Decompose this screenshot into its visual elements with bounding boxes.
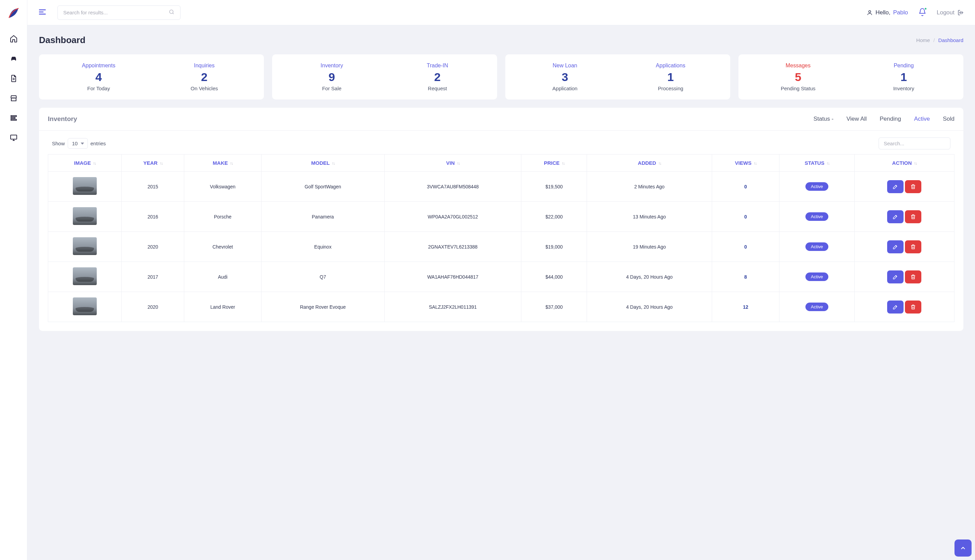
nav-display[interactable] [7, 131, 20, 145]
logo[interactable] [7, 6, 20, 21]
cell-views[interactable]: 8 [712, 262, 780, 292]
vehicle-thumbnail[interactable] [73, 267, 97, 285]
delete-button[interactable] [905, 240, 921, 253]
cell-model: Equinox [261, 232, 384, 262]
cell-added: 4 Days, 20 Hours Ago [587, 292, 712, 322]
logout-label: Logout [937, 9, 955, 16]
column-image[interactable]: IMAGE↑↓ [48, 155, 122, 172]
cell-views[interactable]: 0 [712, 232, 780, 262]
stat-block[interactable]: Inventory9For Sale [279, 63, 385, 91]
tab-sold[interactable]: Sold [943, 115, 955, 122]
stat-sub: For Today [46, 85, 152, 91]
column-price[interactable]: PRICE↑↓ [521, 155, 587, 172]
column-label: PRICE [544, 160, 560, 166]
table-row: 2020Land RoverRange Rover EvoqueSALZJ2FX… [48, 292, 955, 322]
column-action[interactable]: ACTION↑↓ [854, 155, 954, 172]
status-badge: Active [805, 272, 828, 281]
nav-home[interactable] [7, 32, 20, 45]
cell-views[interactable]: 12 [712, 292, 780, 322]
cell-action [854, 232, 954, 262]
cell-status: Active [780, 262, 854, 292]
delete-button[interactable] [905, 270, 921, 283]
cell-image [48, 232, 122, 262]
column-label: MODEL [311, 160, 330, 166]
breadcrumb-separator: / [933, 37, 935, 43]
stat-value: 5 [745, 71, 851, 83]
stat-block[interactable]: Trade-IN2Request [385, 63, 490, 91]
table-row: 2017AudiQ7WA1AHAF76HD044817$44,0004 Days… [48, 262, 955, 292]
logout-link[interactable]: Logout [937, 9, 964, 16]
search-box[interactable] [57, 5, 180, 20]
stat-block[interactable]: Inquiries2On Vehicles [152, 63, 257, 91]
cell-make: Land Rover [184, 292, 261, 322]
stat-block[interactable]: Messages5Pending Status [745, 63, 851, 91]
sort-icon: ↑↓ [457, 161, 460, 166]
edit-button[interactable] [887, 210, 903, 223]
stat-card: Inventory9For SaleTrade-IN2Request [272, 54, 497, 100]
delete-button[interactable] [905, 300, 921, 313]
delete-button[interactable] [905, 180, 921, 193]
cell-vin: 2GNAXTEV7L6213388 [384, 232, 521, 262]
stat-block[interactable]: Appointments4For Today [46, 63, 152, 91]
column-label: ADDED [638, 160, 656, 166]
cell-views[interactable]: 0 [712, 202, 780, 232]
stat-sub: Application [512, 85, 618, 91]
page-size-select[interactable]: 10 [68, 138, 88, 149]
user-greeting[interactable]: Hello, Pablo [867, 9, 908, 16]
vehicle-thumbnail[interactable] [73, 207, 97, 225]
stat-block[interactable]: Applications1Processing [618, 63, 723, 91]
edit-button[interactable] [887, 240, 903, 253]
stat-block[interactable]: New Loan3Application [512, 63, 618, 91]
cell-views[interactable]: 0 [712, 172, 780, 202]
edit-button[interactable] [887, 300, 903, 313]
column-views[interactable]: VIEWS↑↓ [712, 155, 780, 172]
search-input[interactable] [63, 10, 165, 15]
status-badge: Active [805, 303, 828, 311]
nav-dealership[interactable] [7, 91, 20, 105]
column-year[interactable]: YEAR↑↓ [122, 155, 184, 172]
nav-vehicles[interactable] [7, 52, 20, 65]
stat-sub: Request [385, 85, 490, 91]
svg-rect-1 [11, 118, 15, 118]
nav-reports[interactable] [7, 111, 20, 125]
column-added[interactable]: ADDED↑↓ [587, 155, 712, 172]
column-vin[interactable]: VIN↑↓ [384, 155, 521, 172]
delete-button[interactable] [905, 210, 921, 223]
panel-header: Inventory Status -View AllPendingActiveS… [39, 108, 963, 131]
vehicle-thumbnail[interactable] [73, 177, 97, 195]
stat-value: 1 [618, 71, 723, 83]
stat-card: Appointments4For TodayInquiries2On Vehic… [39, 54, 264, 100]
tab-active[interactable]: Active [914, 115, 930, 122]
cell-action [854, 172, 954, 202]
tab-pending[interactable]: Pending [880, 115, 901, 122]
stat-sub: For Sale [279, 85, 385, 91]
cell-vin: WP0AA2A70GL002512 [384, 202, 521, 232]
nav-documents[interactable] [7, 72, 20, 85]
column-make[interactable]: MAKE↑↓ [184, 155, 261, 172]
tab-view-all[interactable]: View All [847, 115, 867, 122]
tab-status-[interactable]: Status - [813, 115, 833, 122]
column-model[interactable]: MODEL↑↓ [261, 155, 384, 172]
vehicle-thumbnail[interactable] [73, 297, 97, 315]
menu-toggle[interactable] [38, 8, 47, 17]
edit-button[interactable] [887, 180, 903, 193]
sort-icon: ↑↓ [332, 161, 334, 166]
breadcrumb-home[interactable]: Home [916, 37, 930, 43]
svg-rect-3 [11, 135, 17, 139]
cell-action [854, 262, 954, 292]
vehicle-thumbnail[interactable] [73, 237, 97, 255]
table-row: 2016PorschePanameraWP0AA2A70GL002512$22,… [48, 202, 955, 232]
stat-block[interactable]: Pending1Inventory [851, 63, 957, 91]
stat-card: Messages5Pending StatusPending1Inventory [738, 54, 963, 100]
table-search-input[interactable] [878, 137, 950, 149]
svg-point-8 [869, 11, 871, 13]
stat-sub: Inventory [851, 85, 957, 91]
cell-image [48, 172, 122, 202]
cell-added: 4 Days, 20 Hours Ago [587, 262, 712, 292]
inventory-table: IMAGE↑↓YEAR↑↓MAKE↑↓MODEL↑↓VIN↑↓PRICE↑↓AD… [48, 154, 955, 322]
scroll-top-button[interactable] [955, 540, 972, 557]
sort-icon: ↑↓ [914, 161, 917, 166]
edit-button[interactable] [887, 270, 903, 283]
notifications-button[interactable] [918, 8, 927, 17]
column-status[interactable]: STATUS↑↓ [780, 155, 854, 172]
